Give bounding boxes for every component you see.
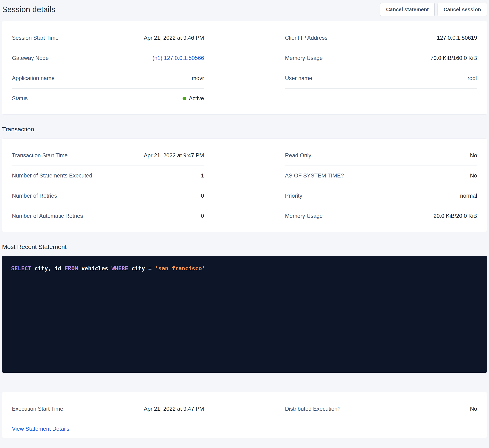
view-statement-details-link[interactable]: View Statement Details [12, 426, 69, 432]
read-only-label: Read Only [285, 152, 311, 159]
session-details-page: Session details Cancel statement Cancel … [0, 0, 489, 440]
application-name-value: movr [192, 75, 204, 82]
kv-row-transaction-memory-usage: Memory Usage20.0 KiB/20.0 KiB [285, 206, 477, 226]
kv-row-gateway-node: Gateway Node(n1) 127.0.0.1:50566 [12, 48, 204, 68]
gateway-node-link[interactable]: (n1) 127.0.0.1:50566 [153, 55, 204, 61]
kv-row-application-name: Application namemovr [12, 68, 204, 89]
execution-card-right-column: Distributed Execution?No [285, 399, 477, 432]
execution-start-time-label: Execution Start Time [12, 406, 63, 412]
transaction-memory-usage-value: 20.0 KiB/20.0 KiB [433, 213, 477, 219]
session-status-label: Status [12, 95, 28, 102]
kv-row-session-memory-usage: Memory Usage70.0 KiB/160.0 KiB [285, 48, 477, 68]
kv-row-read-only: Read OnlyNo [285, 146, 477, 166]
active-status-dot [183, 97, 186, 100]
kv-row-as-of-system-time: AS OF SYSTEM TIME?No [285, 166, 477, 186]
cancel-statement-button[interactable]: Cancel statement [380, 3, 435, 16]
transaction-start-time-value: Apr 21, 2022 at 9:47 PM [144, 152, 204, 159]
execution-card: Execution Start TimeApr 21, 2022 at 9:47… [2, 392, 487, 438]
sql-statement-text: SELECT city, id FROM vehicles WHERE city… [11, 264, 478, 272]
sql-token-keyword: FROM [65, 265, 78, 272]
transaction-memory-usage-label: Memory Usage [285, 213, 323, 219]
priority-label: Priority [285, 193, 302, 199]
number-of-retries-label: Number of Retries [12, 193, 57, 199]
kv-row-session-start-time: Session Start TimeApr 21, 2022 at 9:46 P… [12, 28, 204, 48]
sql-token-string: 'san francisco' [155, 265, 205, 272]
kv-row-number-of-retries: Number of Retries0 [12, 186, 204, 206]
as-of-system-time-value: No [470, 173, 477, 179]
sql-token-keyword: WHERE [112, 265, 128, 272]
gateway-node-label: Gateway Node [12, 55, 49, 61]
session-start-time-label: Session Start Time [12, 35, 59, 41]
user-name-label: User name [285, 75, 312, 82]
application-name-label: Application name [12, 75, 55, 82]
sql-token-plain: city = [128, 265, 155, 272]
session-card-right-column: Client IP Address127.0.0.1:50619Memory U… [285, 28, 477, 108]
automatic-retries-label: Number of Automatic Retries [12, 213, 83, 219]
kv-row-client-ip-address: Client IP Address127.0.0.1:50619 [285, 28, 477, 48]
user-name-value: root [467, 75, 477, 82]
distributed-execution-label: Distributed Execution? [285, 406, 341, 412]
statements-executed-label: Number of Statements Executed [12, 173, 92, 179]
number-of-retries-value: 0 [201, 193, 204, 199]
sql-token-plain: vehicles [78, 265, 112, 272]
client-ip-address-value: 127.0.0.1:50619 [437, 35, 477, 41]
automatic-retries-value: 0 [201, 213, 204, 219]
kv-row-automatic-retries: Number of Automatic Retries0 [12, 206, 204, 226]
sql-token-keyword: SELECT [11, 265, 31, 272]
distributed-execution-value: No [470, 406, 477, 412]
most-recent-statement-title: Most Recent Statement [2, 243, 487, 250]
execution-left-rows: Execution Start TimeApr 21, 2022 at 9:47… [12, 399, 204, 419]
priority-value: normal [460, 193, 477, 199]
kv-row-transaction-start-time: Transaction Start TimeApr 21, 2022 at 9:… [12, 146, 204, 166]
kv-row-user-name: User nameroot [285, 68, 477, 89]
client-ip-address-label: Client IP Address [285, 35, 328, 41]
kv-row-execution-start-time: Execution Start TimeApr 21, 2022 at 9:47… [12, 399, 204, 419]
kv-row-distributed-execution: Distributed Execution?No [285, 399, 477, 419]
cancel-session-button[interactable]: Cancel session [438, 3, 487, 16]
transaction-card-right-column: Read OnlyNoAS OF SYSTEM TIME?NoPriorityn… [285, 146, 477, 226]
read-only-value: No [470, 152, 477, 159]
header-buttons: Cancel statement Cancel session [380, 3, 487, 16]
execution-start-time-value: Apr 21, 2022 at 9:47 PM [144, 406, 204, 412]
transaction-card-left-column: Transaction Start TimeApr 21, 2022 at 9:… [12, 146, 204, 226]
execution-card-left-column: Execution Start TimeApr 21, 2022 at 9:47… [12, 399, 204, 432]
transaction-start-time-label: Transaction Start Time [12, 152, 68, 159]
kv-row-priority: Prioritynormal [285, 186, 477, 206]
session-memory-usage-value: 70.0 KiB/160.0 KiB [430, 55, 477, 61]
session-card-left-column: Session Start TimeApr 21, 2022 at 9:46 P… [12, 28, 204, 108]
page-title: Session details [2, 5, 55, 14]
sql-token-plain: city, id [31, 265, 65, 272]
transaction-card: Transaction Start TimeApr 21, 2022 at 9:… [2, 139, 487, 232]
as-of-system-time-label: AS OF SYSTEM TIME? [285, 173, 344, 179]
session-status-value: Active [183, 95, 204, 102]
sql-statement-box: SELECT city, id FROM vehicles WHERE city… [2, 256, 487, 373]
statements-executed-value: 1 [201, 173, 204, 179]
page-header: Session details Cancel statement Cancel … [2, 0, 487, 21]
session-start-time-value: Apr 21, 2022 at 9:46 PM [144, 35, 204, 41]
transaction-section-title: Transaction [2, 126, 487, 133]
kv-row-session-status: StatusActive [12, 89, 204, 108]
session-summary-card: Session Start TimeApr 21, 2022 at 9:46 P… [2, 21, 487, 114]
session-memory-usage-label: Memory Usage [285, 55, 323, 61]
kv-row-statements-executed: Number of Statements Executed1 [12, 166, 204, 186]
